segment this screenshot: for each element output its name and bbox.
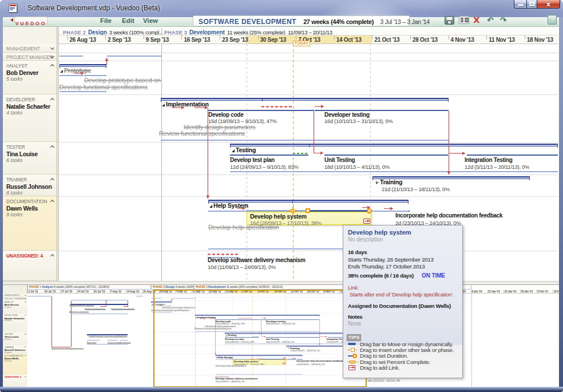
sidebar-role-label: TESTER <box>6 144 25 150</box>
help-button[interactable]: ? <box>548 15 557 25</box>
week-label: 21 Oct '13 <box>374 37 399 43</box>
week-label: 2 Sep '13 <box>108 37 130 43</box>
tooltip-link-text: Starts after end of 'Develop help specif… <box>350 291 454 298</box>
close-button[interactable]: x <box>537 0 560 9</box>
today-marker-label: TODAY <box>293 41 310 46</box>
minimap-task-label: Draft specifications <box>85 308 105 311</box>
chevron-up-icon[interactable] <box>50 62 55 67</box>
minimap-element <box>106 300 106 306</box>
minimap-element <box>87 340 100 340</box>
minimap-week-label: 10 Jul '13 <box>45 290 60 293</box>
chevron-up-icon[interactable] <box>50 96 55 101</box>
notes-icon[interactable] <box>459 16 469 24</box>
phase-range: 11/09/13 – 20/11/13 <box>288 29 332 35</box>
minimap-extra-label: 10w (21/11/13 – 6/1/14), 0% <box>367 379 400 382</box>
week-tick <box>181 35 182 39</box>
phase-header-2[interactable]: PHASE 2Design3 weeks (100% compl... <box>63 27 163 35</box>
tooltip-link-label: Link: <box>348 284 359 291</box>
window-controls: x <box>514 0 560 9</box>
chevron-up-icon[interactable] <box>50 144 55 148</box>
delete-icon[interactable]: X <box>473 16 480 24</box>
minimap-week-label: 17 Jul '13 <box>61 290 76 293</box>
minimap-task-label: Req/Business Analysis <box>69 304 94 307</box>
tooltip-tip-row: Drag to add Link. <box>348 362 400 373</box>
menu-edit[interactable]: Edit <box>122 17 134 24</box>
phase-info: 11 weeks (25% complete) <box>227 29 286 35</box>
minimap-element <box>120 340 128 340</box>
sidebar-section-project-manager[interactable]: PROJECT MANAGER <box>3 53 57 61</box>
tooltip-assigned: Assigned to Documentation (Dawn Wells) <box>348 303 451 309</box>
undo-icon[interactable]: ↶ <box>487 16 494 25</box>
tooltip-task-title: Develop help system <box>348 229 411 236</box>
project-summary-box: SOFTWARE DEVELOPMENT 27 weeks (44% compl… <box>193 15 410 26</box>
minimap-element <box>124 306 128 307</box>
minimap-element <box>136 296 143 296</box>
tooltip-notes-label: Notes <box>348 314 362 320</box>
week-tick <box>334 35 335 39</box>
maximize-button[interactable] <box>526 0 537 9</box>
phase-label: PHASE 2 <box>63 30 86 35</box>
minimap-week-label: 29 Jan '14 <box>521 290 536 293</box>
tooltip-notes-value: None <box>348 320 361 327</box>
menu-view[interactable]: View <box>143 17 158 24</box>
week-label: 18 Nov '13 <box>527 37 553 43</box>
save-icon[interactable] <box>445 16 454 25</box>
week-tick <box>105 35 106 39</box>
sidebar-section-unassigned-[interactable]: UNASSIGNED: 4 <box>3 251 57 281</box>
sidebar-role-label: DEVELOPER <box>6 97 35 102</box>
sidebar-task-count: 6 tasks <box>6 157 23 163</box>
menu-file[interactable]: File <box>100 17 112 24</box>
chevron-down-icon[interactable] <box>50 54 55 58</box>
sidebar-role-label: TRAINER <box>6 177 27 183</box>
sidebar-person-name: Russell Johnson <box>6 183 52 190</box>
sidebar-task-count: 4 tasks <box>6 110 23 116</box>
project-date-range: 3 Jul '13 – 3 Jan '14 <box>380 18 429 25</box>
minimap-week-label: 12 Feb '14 <box>554 290 559 293</box>
minimap-week-label: 14 Aug '13 <box>127 290 142 293</box>
minimap-task-label: Baseline <box>87 342 96 345</box>
minimap-task-label: Incorporate feedback <box>111 308 134 311</box>
sidebar-section-developer[interactable]: DEVELOPERNatalie Schaefer4 tasks <box>3 94 57 142</box>
week-tick <box>258 35 259 39</box>
logo-back-arrow-icon[interactable] <box>10 18 13 22</box>
tooltip-duration: 16 days <box>348 249 367 255</box>
sidebar-section-management[interactable]: MANAGEMENT <box>3 44 57 53</box>
phase-header-3[interactable]: PHASE 3Development11 weeks (25% complete… <box>164 27 332 35</box>
minimize-button[interactable] <box>514 0 526 9</box>
sidebar-section-documentation[interactable]: DOCUMENTATIONDawn Wells9 tasks <box>3 196 57 251</box>
week-tick <box>296 35 296 39</box>
chevron-down-icon[interactable] <box>50 45 55 50</box>
sidebar-section-trainer[interactable]: TRAINERRussell Johnson8 tasks <box>3 175 57 196</box>
tooltip-tip-text: Drag to add Link. <box>360 365 400 371</box>
chevron-up-icon[interactable] <box>50 176 55 181</box>
chevron-up-icon[interactable] <box>50 198 55 203</box>
minimap-task-label: Business analysis <box>69 311 89 314</box>
minimap-week-label: 7 Aug '13 <box>110 290 125 293</box>
add-link-icon <box>348 365 358 371</box>
minimap-element <box>71 300 72 347</box>
minimap-element <box>72 300 128 300</box>
minimap-element <box>100 306 106 307</box>
sidebar-task-count: 5 tasks <box>6 76 23 82</box>
minimap-task-label: Document existing processes <box>51 347 84 350</box>
sidebar-role-label: PROJECT MANAGER <box>6 54 53 60</box>
redo-icon[interactable]: ↷ <box>500 16 507 25</box>
tooltip-status: ON TIME <box>422 272 445 279</box>
sidebar-section-tester[interactable]: TESTERTina Louise6 tasks <box>3 142 57 175</box>
sidebar-person-name: Natalie Schaefer <box>6 103 50 110</box>
chevron-up-icon[interactable] <box>50 252 55 257</box>
vuedoo-logo-button[interactable]: VUEDOO <box>14 17 47 24</box>
sidebar-person-name: Tina Louise <box>6 151 38 157</box>
sidebar-task-count: 9 tasks <box>6 212 23 217</box>
minimap-viewport[interactable] <box>153 290 367 387</box>
minimap-week-label: 31 Jul '13 <box>94 290 109 293</box>
app-icon <box>9 3 18 13</box>
project-overview-minimap[interactable]: PHASE 1 Analysis 8 weeks (100% complete)… <box>3 284 559 387</box>
week-label: 30 Sep '13 <box>260 37 287 43</box>
minimap-phase-row: PHASE 1 Analysis 8 weeks (100% complete)… <box>3 285 559 290</box>
window-title: Software Development.vdp - Vuedoo (Beta) <box>27 4 160 12</box>
minimap-week-label: 8 Jan '14 <box>471 290 486 293</box>
week-tick <box>68 35 68 39</box>
phase-separator <box>161 28 162 34</box>
sidebar-section-analyst[interactable]: ANALYSTBob Denver5 tasks <box>3 61 57 94</box>
